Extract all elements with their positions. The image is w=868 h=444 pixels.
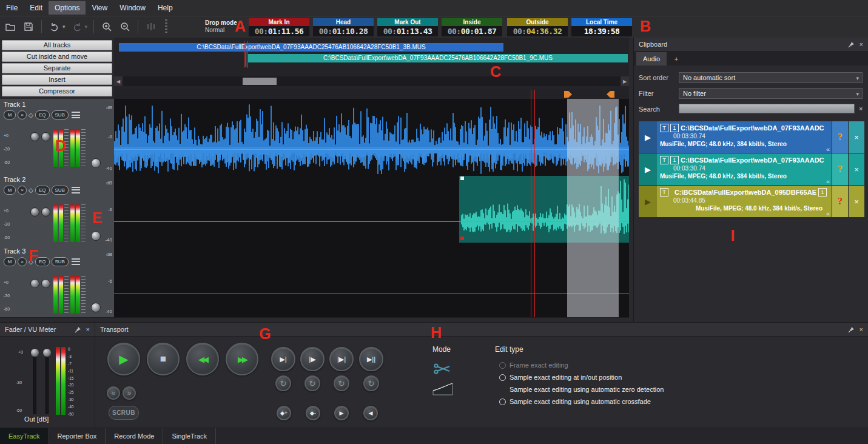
collapse-icon[interactable]: « [826, 178, 830, 185]
pin-icon[interactable] [75, 326, 81, 333]
scrollbar-thumb[interactable] [243, 78, 277, 85]
track-menu-icon[interactable] [72, 258, 80, 265]
clipboard-titlebar[interactable]: Clipboard × [634, 38, 868, 52]
loop-button-3[interactable]: ↻ [334, 375, 349, 391]
entry-help-button[interactable]: ? [832, 186, 848, 217]
step-forward-button[interactable]: » [123, 386, 136, 400]
entry-close-button[interactable]: × [849, 186, 864, 217]
eq-button[interactable]: EQ [35, 186, 50, 195]
compressor-button[interactable]: Compressor [2, 86, 112, 96]
entry-play-button[interactable]: ▶ [639, 121, 657, 153]
scrub-button[interactable]: SCRUB [109, 406, 139, 420]
collapse-icon[interactable]: « [826, 146, 830, 153]
gain-knob[interactable] [41, 279, 50, 288]
output-fader-right[interactable] [42, 348, 52, 357]
mark-in-flag[interactable] [564, 91, 572, 98]
project-overview[interactable]: C:\BCSData\FullExport\webDA_07F93AAADC25… [114, 38, 629, 90]
open-folder-icon[interactable] [4, 19, 17, 34]
play-to-mark-in-button[interactable]: ▶| [271, 347, 295, 371]
track1-wave-area[interactable] [114, 99, 629, 174]
pan-knob[interactable] [30, 279, 39, 288]
scroll-left-icon[interactable]: ◀ [114, 76, 123, 86]
menu-file[interactable]: File [0, 1, 24, 15]
sub-button[interactable]: SUB [52, 110, 69, 119]
pan-knob[interactable] [30, 132, 39, 141]
remove-marker-button[interactable]: ◆- [306, 406, 320, 420]
tab-add[interactable]: + [669, 52, 684, 66]
undo-dropdown-caret[interactable]: ▾ [62, 24, 66, 30]
separate-button[interactable]: Separate [2, 63, 112, 73]
timeline-ruler[interactable] [114, 90, 629, 99]
undo-icon[interactable] [48, 19, 61, 34]
radio-frame-exact[interactable]: Frame exact editing [499, 362, 568, 369]
solo-x-button[interactable] [18, 186, 27, 195]
track-fader-knob[interactable] [91, 303, 101, 312]
redo-icon[interactable] [70, 19, 84, 34]
playhead-cursor[interactable] [531, 90, 535, 317]
tab-audio[interactable]: Audio [636, 52, 667, 66]
output-fader-left[interactable] [30, 348, 39, 357]
track3-wave-area[interactable] [114, 246, 629, 317]
track-fader-knob[interactable] [91, 158, 101, 168]
loop-button-2[interactable]: ↻ [304, 375, 320, 391]
collapse-icon[interactable]: « [826, 210, 830, 217]
entry-help-button[interactable]: ? [832, 121, 848, 153]
cut-inside-and-move-button[interactable]: Cut inside and move [2, 52, 112, 62]
entry-close-button[interactable]: × [849, 121, 864, 153]
step-back-button[interactable]: « [107, 386, 120, 400]
sub-button[interactable]: SUB [52, 257, 69, 266]
tab-easytrack[interactable]: EasyTrack [0, 428, 49, 444]
clip-fade-handle[interactable] [460, 177, 464, 180]
entry-play-button[interactable]: ▶ [639, 153, 657, 185]
close-icon[interactable]: × [860, 326, 863, 333]
gain-knob[interactable] [41, 132, 50, 141]
track2-waveform[interactable] [114, 174, 629, 246]
mark-out-flag[interactable] [607, 91, 614, 98]
track2-wave-area[interactable] [114, 174, 629, 246]
pin-icon[interactable] [848, 41, 855, 48]
fader-vu-titlebar[interactable]: Fader / VU Meter × [0, 323, 95, 337]
search-clear-icon[interactable]: × [859, 105, 863, 112]
rewind-button[interactable]: ◀◀ [186, 343, 219, 375]
selection-region[interactable] [567, 99, 619, 174]
mute-button[interactable]: M [4, 110, 16, 119]
tab-reporter-box[interactable]: Reporter Box [49, 428, 106, 444]
menu-edit[interactable]: Edit [24, 1, 49, 15]
gain-knob[interactable] [41, 207, 50, 217]
mute-button[interactable]: M [4, 257, 16, 266]
radio-sample-exact-crossfade[interactable]: Sample exact editing using automatic cro… [499, 398, 651, 405]
overview-file-1[interactable]: C:\BCSData\FullExport\webDA_07F93AAADC25… [119, 43, 503, 52]
zoom-in-icon[interactable] [100, 19, 113, 34]
close-icon[interactable]: × [86, 326, 90, 333]
play-selection-button[interactable]: |▶| [329, 347, 354, 371]
track-menu-icon[interactable] [72, 187, 80, 193]
selection-region[interactable] [567, 246, 619, 317]
insert-button[interactable]: Insert [2, 75, 112, 85]
play-button[interactable]: ▶ [107, 343, 140, 375]
scissors-mode-icon[interactable] [434, 363, 451, 375]
sort-order-dropdown[interactable]: No automatic sort▾ [679, 72, 863, 83]
solo-x-button[interactable] [18, 110, 27, 119]
zoom-out-icon[interactable] [118, 19, 132, 34]
overview-file-2[interactable]: C:\BCSData\FullExport\webDA_07F93AAADC25… [248, 54, 628, 62]
fast-forward-button[interactable]: ▶▶ [226, 343, 258, 375]
diamond-icon[interactable]: ◇ [29, 111, 33, 119]
menu-help[interactable]: Help [152, 1, 179, 15]
entry-play-button[interactable]: ▶ [639, 186, 657, 217]
stop-button[interactable]: ■ [147, 343, 180, 375]
transport-titlebar[interactable]: Transport × [95, 323, 868, 337]
menu-window[interactable]: Window [113, 1, 152, 15]
clipboard-entry-1[interactable]: ▶ T 1 C:\BCSData\FullExport\webDA_07F93A… [639, 121, 864, 153]
radio-sample-exact-inout[interactable]: Sample exact editing at in/out position [499, 374, 622, 381]
entry-body[interactable]: T 1 C:\BCSData\FullExport\webDA_07F93AAA… [657, 153, 832, 185]
eq-button[interactable]: EQ [35, 110, 50, 119]
entry-help-button[interactable]: ? [832, 153, 848, 185]
save-icon[interactable] [22, 19, 35, 34]
tab-singletrack[interactable]: SingleTrack [163, 428, 216, 444]
track-fader-knob[interactable] [91, 231, 101, 241]
close-icon[interactable]: × [860, 41, 863, 48]
loop-button-1[interactable]: ↻ [275, 375, 291, 391]
scroll-right-icon[interactable]: ▶ [621, 76, 629, 86]
all-tracks-button[interactable]: All tracks [2, 40, 112, 50]
pan-knob[interactable] [30, 207, 39, 217]
